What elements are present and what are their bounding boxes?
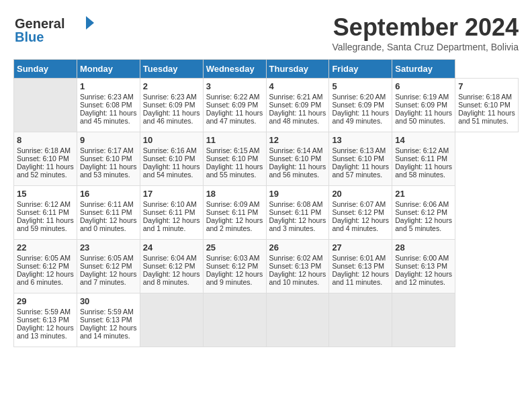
day-number: 25: [206, 242, 263, 253]
calendar-cell: 21Sunrise: 6:06 AMSunset: 6:12 PMDayligh…: [392, 186, 455, 240]
calendar-cell: 16Sunrise: 6:11 AMSunset: 6:11 PMDayligh…: [77, 186, 140, 240]
calendar-cell: 26Sunrise: 6:02 AMSunset: 6:13 PMDayligh…: [266, 240, 329, 293]
day-info: Sunrise: 6:18 AMSunset: 6:10 PMDaylight:…: [458, 93, 515, 125]
day-number: 3: [206, 81, 263, 91]
day-info: Sunrise: 6:06 AMSunset: 6:12 PMDaylight:…: [395, 200, 452, 232]
svg-text:Blue: Blue: [15, 30, 44, 44]
calendar-cell: 18Sunrise: 6:09 AMSunset: 6:11 PMDayligh…: [203, 186, 266, 240]
day-number: 16: [80, 189, 137, 199]
calendar-cell: 12Sunrise: 6:14 AMSunset: 6:10 PMDayligh…: [266, 132, 329, 186]
day-info: Sunrise: 6:05 AMSunset: 6:12 PMDaylight:…: [80, 254, 137, 286]
day-info: Sunrise: 5:59 AMSunset: 6:13 PMDaylight:…: [80, 308, 137, 340]
day-number: 1: [80, 81, 137, 91]
day-number: 15: [17, 189, 74, 199]
calendar-cell: [329, 293, 392, 347]
day-info: Sunrise: 6:21 AMSunset: 6:09 PMDaylight:…: [269, 93, 326, 125]
day-number: 9: [80, 135, 137, 145]
calendar-cell: 29Sunrise: 5:59 AMSunset: 6:13 PMDayligh…: [14, 293, 77, 347]
day-info: Sunrise: 6:15 AMSunset: 6:10 PMDaylight:…: [206, 146, 263, 179]
day-info: Sunrise: 6:11 AMSunset: 6:11 PMDaylight:…: [80, 200, 137, 232]
calendar-cell: 4Sunrise: 6:21 AMSunset: 6:09 PMDaylight…: [266, 79, 329, 132]
day-info: Sunrise: 6:16 AMSunset: 6:10 PMDaylight:…: [143, 146, 200, 179]
day-info: Sunrise: 6:07 AMSunset: 6:12 PMDaylight:…: [332, 200, 389, 232]
day-info: Sunrise: 6:12 AMSunset: 6:11 PMDaylight:…: [17, 200, 74, 232]
day-header-tuesday: Tuesday: [140, 60, 203, 79]
day-number: 28: [395, 242, 452, 253]
day-number: 20: [332, 189, 389, 199]
calendar-cell: 6Sunrise: 6:19 AMSunset: 6:09 PMDaylight…: [392, 79, 455, 132]
calendar-header-row: SundayMondayTuesdayWednesdayThursdayFrid…: [14, 60, 519, 79]
day-number: 22: [17, 242, 74, 253]
day-number: 8: [17, 135, 74, 145]
calendar-cell: [392, 293, 455, 347]
month-title: September 2024: [332, 13, 519, 42]
calendar-week-row: 29Sunrise: 5:59 AMSunset: 6:13 PMDayligh…: [14, 293, 519, 347]
calendar-cell: 25Sunrise: 6:03 AMSunset: 6:12 PMDayligh…: [203, 240, 266, 293]
day-number: 11: [206, 135, 263, 145]
day-number: 2: [143, 81, 200, 91]
calendar-week-row: 8Sunrise: 6:18 AMSunset: 6:10 PMDaylight…: [14, 132, 519, 186]
calendar-cell: [203, 293, 266, 347]
day-number: 23: [80, 242, 137, 253]
calendar-cell: 10Sunrise: 6:16 AMSunset: 6:10 PMDayligh…: [140, 132, 203, 186]
calendar-cell: 17Sunrise: 6:10 AMSunset: 6:11 PMDayligh…: [140, 186, 203, 240]
day-number: 18: [206, 189, 263, 199]
calendar-cell: 11Sunrise: 6:15 AMSunset: 6:10 PMDayligh…: [203, 132, 266, 186]
day-info: Sunrise: 6:23 AMSunset: 6:08 PMDaylight:…: [80, 93, 137, 125]
logo: General Blue: [13, 13, 94, 47]
calendar-cell: 30Sunrise: 5:59 AMSunset: 6:13 PMDayligh…: [77, 293, 140, 347]
day-number: 26: [269, 242, 326, 253]
day-number: 4: [269, 81, 326, 91]
day-header-thursday: Thursday: [266, 60, 329, 79]
day-number: 14: [395, 135, 452, 145]
calendar-cell: 23Sunrise: 6:05 AMSunset: 6:12 PMDayligh…: [77, 240, 140, 293]
calendar-cell: 20Sunrise: 6:07 AMSunset: 6:12 PMDayligh…: [329, 186, 392, 240]
day-number: 6: [395, 81, 452, 91]
calendar-cell: 13Sunrise: 6:13 AMSunset: 6:10 PMDayligh…: [329, 132, 392, 186]
day-info: Sunrise: 6:09 AMSunset: 6:11 PMDaylight:…: [206, 200, 263, 232]
day-info: Sunrise: 6:10 AMSunset: 6:11 PMDaylight:…: [143, 200, 200, 232]
day-info: Sunrise: 6:13 AMSunset: 6:10 PMDaylight:…: [332, 146, 389, 179]
day-info: Sunrise: 6:03 AMSunset: 6:12 PMDaylight:…: [206, 254, 263, 286]
calendar-cell: 7Sunrise: 6:18 AMSunset: 6:10 PMDaylight…: [455, 79, 519, 132]
page-header: General Blue September 2024 Vallegrande,…: [13, 13, 519, 52]
day-number: 19: [269, 189, 326, 199]
calendar-cell: 1Sunrise: 6:23 AMSunset: 6:08 PMDaylight…: [77, 79, 140, 132]
day-number: 12: [269, 135, 326, 145]
calendar-cell: 27Sunrise: 6:01 AMSunset: 6:13 PMDayligh…: [329, 240, 392, 293]
day-header-monday: Monday: [77, 60, 140, 79]
day-info: Sunrise: 6:01 AMSunset: 6:13 PMDaylight:…: [332, 254, 389, 286]
day-header-sunday: Sunday: [14, 60, 77, 79]
day-info: Sunrise: 6:02 AMSunset: 6:13 PMDaylight:…: [269, 254, 326, 286]
day-header-friday: Friday: [329, 60, 392, 79]
calendar-cell: 22Sunrise: 6:05 AMSunset: 6:12 PMDayligh…: [14, 240, 77, 293]
calendar-cell: 3Sunrise: 6:22 AMSunset: 6:09 PMDaylight…: [203, 79, 266, 132]
day-info: Sunrise: 5:59 AMSunset: 6:13 PMDaylight:…: [17, 308, 74, 340]
calendar-week-row: 1Sunrise: 6:23 AMSunset: 6:08 PMDaylight…: [14, 79, 519, 132]
day-header-saturday: Saturday: [392, 60, 455, 79]
calendar-cell: 15Sunrise: 6:12 AMSunset: 6:11 PMDayligh…: [14, 186, 77, 240]
calendar-cell: 28Sunrise: 6:00 AMSunset: 6:13 PMDayligh…: [392, 240, 455, 293]
day-number: 27: [332, 242, 389, 253]
svg-text:General: General: [15, 16, 64, 31]
calendar-cell: 14Sunrise: 6:12 AMSunset: 6:11 PMDayligh…: [392, 132, 455, 186]
day-header-wednesday: Wednesday: [203, 60, 266, 79]
day-info: Sunrise: 6:12 AMSunset: 6:11 PMDaylight:…: [395, 146, 452, 179]
calendar-cell: 24Sunrise: 6:04 AMSunset: 6:12 PMDayligh…: [140, 240, 203, 293]
day-info: Sunrise: 6:04 AMSunset: 6:12 PMDaylight:…: [143, 254, 200, 286]
day-info: Sunrise: 6:08 AMSunset: 6:11 PMDaylight:…: [269, 200, 326, 232]
day-info: Sunrise: 6:05 AMSunset: 6:12 PMDaylight:…: [17, 254, 74, 286]
calendar-cell: 9Sunrise: 6:17 AMSunset: 6:10 PMDaylight…: [77, 132, 140, 186]
calendar-week-row: 15Sunrise: 6:12 AMSunset: 6:11 PMDayligh…: [14, 186, 519, 240]
day-number: 21: [395, 189, 452, 199]
day-number: 10: [143, 135, 200, 145]
calendar-cell: 5Sunrise: 6:20 AMSunset: 6:09 PMDaylight…: [329, 79, 392, 132]
calendar-cell: 19Sunrise: 6:08 AMSunset: 6:11 PMDayligh…: [266, 186, 329, 240]
day-info: Sunrise: 6:23 AMSunset: 6:09 PMDaylight:…: [143, 93, 200, 125]
calendar-table: SundayMondayTuesdayWednesdayThursdayFrid…: [13, 59, 519, 347]
calendar-cell: 2Sunrise: 6:23 AMSunset: 6:09 PMDaylight…: [140, 79, 203, 132]
day-info: Sunrise: 6:19 AMSunset: 6:09 PMDaylight:…: [395, 93, 452, 125]
day-number: 7: [458, 81, 515, 91]
calendar-week-row: 22Sunrise: 6:05 AMSunset: 6:12 PMDayligh…: [14, 240, 519, 293]
calendar-cell: 8Sunrise: 6:18 AMSunset: 6:10 PMDaylight…: [14, 132, 77, 186]
